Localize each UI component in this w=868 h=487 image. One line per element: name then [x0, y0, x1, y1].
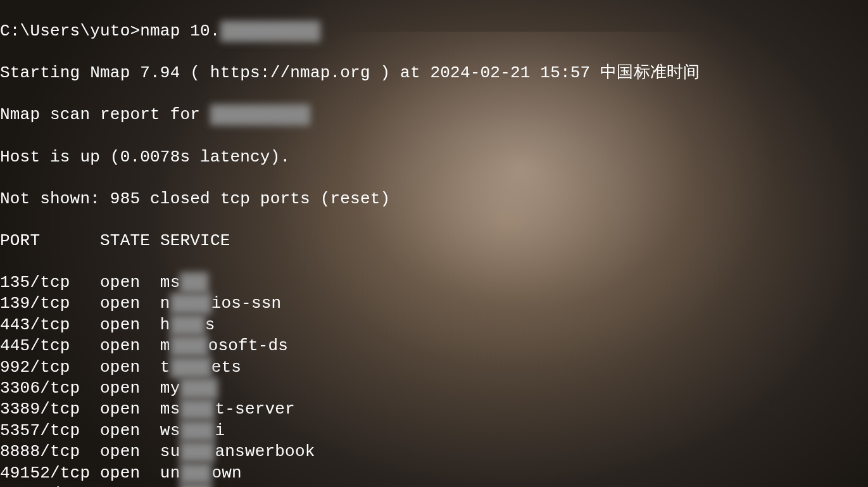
port-cell: 135/tcp	[0, 273, 100, 292]
notshown-line: Not shown: 985 closed tcp ports (reset)	[0, 189, 868, 210]
redacted-service	[180, 441, 215, 462]
redacted-service	[170, 357, 211, 378]
service-prefix: un	[160, 484, 180, 487]
service-prefix: m	[160, 337, 170, 356]
table-row: 135/tcp open ms	[0, 272, 868, 293]
table-row: 8888/tcp open su answerbook	[0, 441, 868, 462]
table-row: 992/tcp open t ets	[0, 357, 868, 378]
service-prefix: h	[160, 315, 170, 334]
service-prefix: t	[160, 358, 170, 377]
report-prefix: Nmap scan report for	[0, 106, 210, 125]
table-row: 445/tcp open m osoft-ds	[0, 336, 868, 357]
service-suffix: own	[211, 484, 241, 487]
port-cell: 3306/tcp	[0, 379, 100, 398]
service-prefix: su	[160, 443, 180, 462]
port-table: 135/tcp open ms 139/tcp open n ios-ssn44…	[0, 272, 868, 487]
service-suffix: ios-ssn	[211, 294, 282, 313]
command-line: C:\Users\yuto>nmap 10.	[0, 21, 868, 42]
state-cell: open	[100, 421, 160, 440]
service-suffix: own	[211, 464, 241, 483]
state-cell: open	[100, 443, 160, 462]
host-line: Host is up (0.0078s latency).	[0, 147, 868, 168]
table-row: 5357/tcp open ws i	[0, 421, 868, 441]
table-row: 3389/tcp open ms t-server	[0, 399, 868, 420]
terminal-output[interactable]: C:\Users\yuto>nmap 10. Starting Nmap 7.9…	[0, 0, 868, 487]
table-row: 443/tcp open h s	[0, 315, 868, 336]
port-cell: 49153/tcp	[0, 484, 100, 487]
state-cell: open	[100, 400, 160, 419]
header-state: STATE	[100, 231, 150, 250]
state-cell: open	[100, 273, 160, 292]
port-cell: 445/tcp	[0, 337, 100, 356]
service-suffix: t-server	[215, 400, 294, 419]
redacted-service	[180, 378, 218, 399]
table-row: 49152/tcp open un own	[0, 463, 868, 484]
service-suffix: s	[205, 315, 215, 334]
state-cell: open	[100, 337, 160, 356]
redacted-service	[180, 399, 215, 420]
redacted-service	[170, 293, 211, 314]
table-header: PORT STATE SERVICE	[0, 231, 868, 251]
port-cell: 8888/tcp	[0, 443, 100, 462]
port-cell: 992/tcp	[0, 358, 100, 377]
service-prefix: un	[160, 464, 180, 483]
service-prefix: ms	[160, 400, 180, 419]
service-suffix: answerbook	[215, 443, 315, 462]
redacted-service	[180, 463, 211, 484]
header-port: PORT	[0, 231, 40, 250]
redacted-service	[180, 484, 211, 487]
starting-line: Starting Nmap 7.94 ( https://nmap.org ) …	[0, 63, 868, 84]
port-cell: 443/tcp	[0, 315, 100, 334]
port-cell: 5357/tcp	[0, 421, 100, 440]
table-row: 49153/tcp open un own	[0, 484, 868, 487]
redacted-service	[180, 421, 215, 441]
redacted-target	[210, 104, 310, 125]
command-text: nmap 10.	[140, 22, 220, 41]
service-prefix: ms	[160, 273, 180, 292]
table-row: 139/tcp open n ios-ssn	[0, 293, 868, 314]
header-service: SERVICE	[160, 231, 230, 250]
service-prefix: n	[160, 294, 170, 313]
service-prefix: ws	[160, 421, 180, 440]
service-prefix: my	[160, 379, 180, 398]
state-cell: open	[100, 294, 160, 313]
port-cell: 49152/tcp	[0, 464, 100, 483]
service-suffix: i	[215, 421, 225, 440]
redacted-service	[170, 336, 208, 357]
report-line: Nmap scan report for	[0, 104, 868, 125]
redacted-service	[180, 272, 208, 293]
prompt-text: C:\Users\yuto>	[0, 22, 140, 41]
table-row: 3306/tcp open my	[0, 378, 868, 399]
state-cell: open	[100, 484, 160, 487]
state-cell: open	[100, 315, 160, 334]
port-cell: 139/tcp	[0, 294, 100, 313]
service-suffix: ets	[211, 358, 241, 377]
state-cell: open	[100, 379, 160, 398]
state-cell: open	[100, 358, 160, 377]
port-cell: 3389/tcp	[0, 400, 100, 419]
redacted-service	[170, 315, 205, 336]
state-cell: open	[100, 464, 160, 483]
redacted-ip	[220, 21, 320, 42]
service-suffix: osoft-ds	[208, 337, 288, 356]
